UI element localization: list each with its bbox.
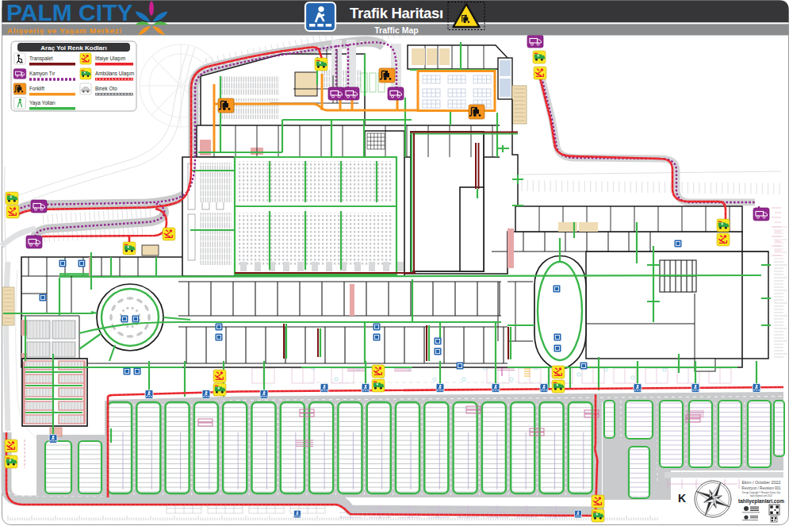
svg-text:Alışveriş ve Yaşam Merkezi: Alışveriş ve Yaşam Merkezi xyxy=(7,26,122,35)
svg-text:Araç Yol Renk Kodları: Araç Yol Renk Kodları xyxy=(40,44,106,52)
svg-text:K: K xyxy=(678,492,686,505)
svg-text:Yaya Yolları: Yaya Yolları xyxy=(29,100,56,106)
svg-text:Transpalet: Transpalet xyxy=(29,56,53,62)
svg-text:Kamyon Tır: Kamyon Tır xyxy=(29,71,55,77)
svg-text:Binek Oto: Binek Oto xyxy=(95,86,117,91)
svg-text:Ambülans Ulaşım: Ambülans Ulaşım xyxy=(95,71,134,77)
svg-text:Trafik Haritası: Trafik Haritası xyxy=(350,5,443,21)
svg-text:Traffic Map: Traffic Map xyxy=(374,25,418,35)
svg-text:Design Copyright © Hüseyin Gün: Design Copyright © Hüseyin Güneş Çkp xyxy=(742,491,780,494)
svg-text:Forklift: Forklift xyxy=(29,86,44,91)
svg-text:İtfaiye Ulaşım: İtfaiye Ulaşım xyxy=(95,55,125,62)
svg-text:Revizyon / Revision 001: Revizyon / Revision 001 xyxy=(741,486,781,490)
svg-text:PALM CITY: PALM CITY xyxy=(6,0,132,25)
svg-text:tahliyeplanlari.com: tahliyeplanlari.com xyxy=(738,498,784,505)
svg-text:Ekim / October 2022: Ekim / October 2022 xyxy=(741,480,780,485)
svg-text:hgcls@gmail.com 2022: hgcls@gmail.com 2022 xyxy=(750,494,772,497)
